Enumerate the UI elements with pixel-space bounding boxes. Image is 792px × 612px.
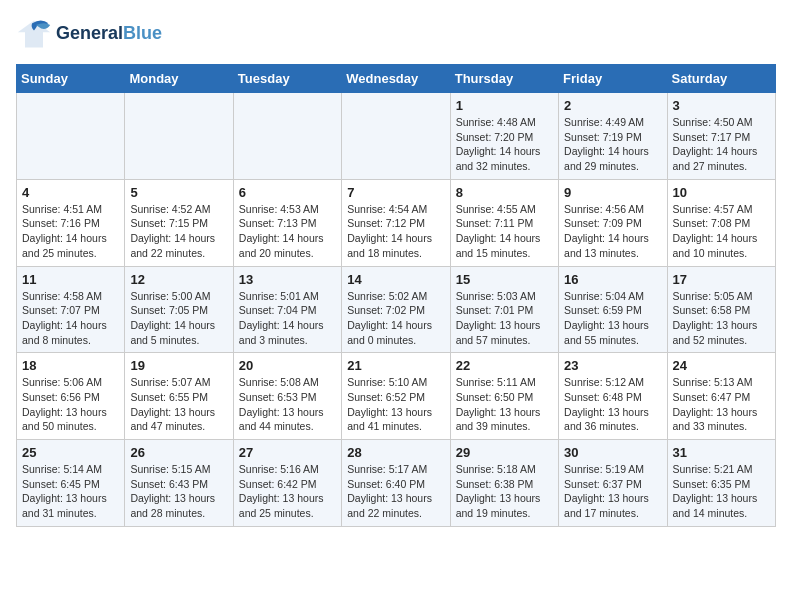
header-cell-wednesday: Wednesday xyxy=(342,65,450,93)
day-info: Sunrise: 5:02 AMSunset: 7:02 PMDaylight:… xyxy=(347,289,444,348)
calendar-cell: 8Sunrise: 4:55 AMSunset: 7:11 PMDaylight… xyxy=(450,179,558,266)
day-info: Sunrise: 5:15 AMSunset: 6:43 PMDaylight:… xyxy=(130,462,227,521)
calendar-cell: 24Sunrise: 5:13 AMSunset: 6:47 PMDayligh… xyxy=(667,353,775,440)
day-info: Sunrise: 5:10 AMSunset: 6:52 PMDaylight:… xyxy=(347,375,444,434)
day-info: Sunrise: 5:13 AMSunset: 6:47 PMDaylight:… xyxy=(673,375,770,434)
day-number: 13 xyxy=(239,272,336,287)
calendar-cell: 19Sunrise: 5:07 AMSunset: 6:55 PMDayligh… xyxy=(125,353,233,440)
day-number: 11 xyxy=(22,272,119,287)
calendar-table: SundayMondayTuesdayWednesdayThursdayFrid… xyxy=(16,64,776,527)
header-cell-monday: Monday xyxy=(125,65,233,93)
calendar-cell: 25Sunrise: 5:14 AMSunset: 6:45 PMDayligh… xyxy=(17,440,125,527)
calendar-cell: 2Sunrise: 4:49 AMSunset: 7:19 PMDaylight… xyxy=(559,93,667,180)
day-info: Sunrise: 5:21 AMSunset: 6:35 PMDaylight:… xyxy=(673,462,770,521)
day-info: Sunrise: 4:56 AMSunset: 7:09 PMDaylight:… xyxy=(564,202,661,261)
day-info: Sunrise: 4:58 AMSunset: 7:07 PMDaylight:… xyxy=(22,289,119,348)
page-header: GeneralBlue xyxy=(16,16,776,52)
calendar-cell: 6Sunrise: 4:53 AMSunset: 7:13 PMDaylight… xyxy=(233,179,341,266)
calendar-cell: 26Sunrise: 5:15 AMSunset: 6:43 PMDayligh… xyxy=(125,440,233,527)
logo-icon xyxy=(16,16,52,52)
day-number: 4 xyxy=(22,185,119,200)
calendar-cell xyxy=(17,93,125,180)
day-number: 18 xyxy=(22,358,119,373)
header-cell-tuesday: Tuesday xyxy=(233,65,341,93)
day-number: 25 xyxy=(22,445,119,460)
day-number: 7 xyxy=(347,185,444,200)
day-info: Sunrise: 4:53 AMSunset: 7:13 PMDaylight:… xyxy=(239,202,336,261)
day-info: Sunrise: 4:50 AMSunset: 7:17 PMDaylight:… xyxy=(673,115,770,174)
day-number: 15 xyxy=(456,272,553,287)
day-number: 1 xyxy=(456,98,553,113)
calendar-cell: 9Sunrise: 4:56 AMSunset: 7:09 PMDaylight… xyxy=(559,179,667,266)
calendar-cell: 4Sunrise: 4:51 AMSunset: 7:16 PMDaylight… xyxy=(17,179,125,266)
calendar-cell xyxy=(342,93,450,180)
day-number: 2 xyxy=(564,98,661,113)
day-number: 27 xyxy=(239,445,336,460)
header-cell-saturday: Saturday xyxy=(667,65,775,93)
day-info: Sunrise: 4:52 AMSunset: 7:15 PMDaylight:… xyxy=(130,202,227,261)
day-info: Sunrise: 4:48 AMSunset: 7:20 PMDaylight:… xyxy=(456,115,553,174)
day-info: Sunrise: 5:00 AMSunset: 7:05 PMDaylight:… xyxy=(130,289,227,348)
calendar-cell: 5Sunrise: 4:52 AMSunset: 7:15 PMDaylight… xyxy=(125,179,233,266)
calendar-cell: 13Sunrise: 5:01 AMSunset: 7:04 PMDayligh… xyxy=(233,266,341,353)
calendar-cell: 27Sunrise: 5:16 AMSunset: 6:42 PMDayligh… xyxy=(233,440,341,527)
calendar-cell: 21Sunrise: 5:10 AMSunset: 6:52 PMDayligh… xyxy=(342,353,450,440)
day-number: 12 xyxy=(130,272,227,287)
calendar-cell: 1Sunrise: 4:48 AMSunset: 7:20 PMDaylight… xyxy=(450,93,558,180)
day-info: Sunrise: 5:19 AMSunset: 6:37 PMDaylight:… xyxy=(564,462,661,521)
calendar-cell: 29Sunrise: 5:18 AMSunset: 6:38 PMDayligh… xyxy=(450,440,558,527)
day-info: Sunrise: 5:07 AMSunset: 6:55 PMDaylight:… xyxy=(130,375,227,434)
day-number: 17 xyxy=(673,272,770,287)
day-number: 31 xyxy=(673,445,770,460)
logo-text: GeneralBlue xyxy=(56,24,162,44)
day-info: Sunrise: 5:17 AMSunset: 6:40 PMDaylight:… xyxy=(347,462,444,521)
calendar-cell: 31Sunrise: 5:21 AMSunset: 6:35 PMDayligh… xyxy=(667,440,775,527)
calendar-cell: 20Sunrise: 5:08 AMSunset: 6:53 PMDayligh… xyxy=(233,353,341,440)
day-number: 23 xyxy=(564,358,661,373)
calendar-cell: 17Sunrise: 5:05 AMSunset: 6:58 PMDayligh… xyxy=(667,266,775,353)
day-number: 19 xyxy=(130,358,227,373)
day-info: Sunrise: 5:08 AMSunset: 6:53 PMDaylight:… xyxy=(239,375,336,434)
calendar-cell xyxy=(125,93,233,180)
calendar-cell: 22Sunrise: 5:11 AMSunset: 6:50 PMDayligh… xyxy=(450,353,558,440)
calendar-week-3: 11Sunrise: 4:58 AMSunset: 7:07 PMDayligh… xyxy=(17,266,776,353)
day-number: 20 xyxy=(239,358,336,373)
calendar-cell: 23Sunrise: 5:12 AMSunset: 6:48 PMDayligh… xyxy=(559,353,667,440)
calendar-cell: 7Sunrise: 4:54 AMSunset: 7:12 PMDaylight… xyxy=(342,179,450,266)
day-info: Sunrise: 4:54 AMSunset: 7:12 PMDaylight:… xyxy=(347,202,444,261)
calendar-cell: 14Sunrise: 5:02 AMSunset: 7:02 PMDayligh… xyxy=(342,266,450,353)
day-info: Sunrise: 5:06 AMSunset: 6:56 PMDaylight:… xyxy=(22,375,119,434)
day-number: 16 xyxy=(564,272,661,287)
day-info: Sunrise: 4:55 AMSunset: 7:11 PMDaylight:… xyxy=(456,202,553,261)
day-number: 26 xyxy=(130,445,227,460)
day-info: Sunrise: 5:18 AMSunset: 6:38 PMDaylight:… xyxy=(456,462,553,521)
day-number: 5 xyxy=(130,185,227,200)
header-cell-friday: Friday xyxy=(559,65,667,93)
day-number: 8 xyxy=(456,185,553,200)
calendar-week-2: 4Sunrise: 4:51 AMSunset: 7:16 PMDaylight… xyxy=(17,179,776,266)
calendar-cell xyxy=(233,93,341,180)
calendar-week-1: 1Sunrise: 4:48 AMSunset: 7:20 PMDaylight… xyxy=(17,93,776,180)
calendar-cell: 12Sunrise: 5:00 AMSunset: 7:05 PMDayligh… xyxy=(125,266,233,353)
day-number: 10 xyxy=(673,185,770,200)
day-number: 30 xyxy=(564,445,661,460)
header-row: SundayMondayTuesdayWednesdayThursdayFrid… xyxy=(17,65,776,93)
day-number: 9 xyxy=(564,185,661,200)
calendar-cell: 28Sunrise: 5:17 AMSunset: 6:40 PMDayligh… xyxy=(342,440,450,527)
day-info: Sunrise: 4:51 AMSunset: 7:16 PMDaylight:… xyxy=(22,202,119,261)
day-info: Sunrise: 4:49 AMSunset: 7:19 PMDaylight:… xyxy=(564,115,661,174)
calendar-cell: 11Sunrise: 4:58 AMSunset: 7:07 PMDayligh… xyxy=(17,266,125,353)
day-info: Sunrise: 5:01 AMSunset: 7:04 PMDaylight:… xyxy=(239,289,336,348)
day-number: 21 xyxy=(347,358,444,373)
day-info: Sunrise: 5:03 AMSunset: 7:01 PMDaylight:… xyxy=(456,289,553,348)
day-number: 28 xyxy=(347,445,444,460)
calendar-cell: 15Sunrise: 5:03 AMSunset: 7:01 PMDayligh… xyxy=(450,266,558,353)
calendar-cell: 18Sunrise: 5:06 AMSunset: 6:56 PMDayligh… xyxy=(17,353,125,440)
day-info: Sunrise: 5:12 AMSunset: 6:48 PMDaylight:… xyxy=(564,375,661,434)
calendar-cell: 10Sunrise: 4:57 AMSunset: 7:08 PMDayligh… xyxy=(667,179,775,266)
calendar-cell: 30Sunrise: 5:19 AMSunset: 6:37 PMDayligh… xyxy=(559,440,667,527)
header-cell-sunday: Sunday xyxy=(17,65,125,93)
day-number: 22 xyxy=(456,358,553,373)
day-info: Sunrise: 5:05 AMSunset: 6:58 PMDaylight:… xyxy=(673,289,770,348)
day-info: Sunrise: 5:11 AMSunset: 6:50 PMDaylight:… xyxy=(456,375,553,434)
